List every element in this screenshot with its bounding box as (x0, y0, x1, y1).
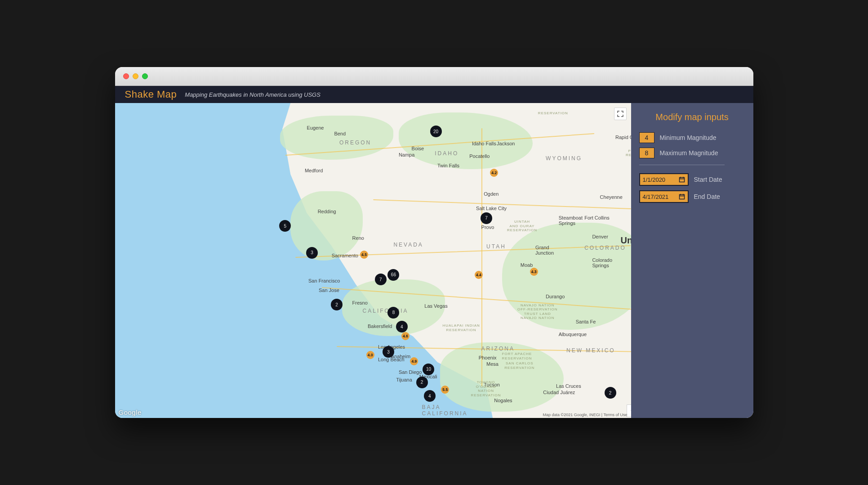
earthquake-point-marker[interactable]: 4.0 (366, 351, 374, 359)
earthquake-cluster-marker[interactable]: 20 (430, 126, 442, 137)
max-magnitude-input[interactable] (639, 148, 654, 158)
window-close-button[interactable] (123, 73, 129, 79)
start-date-value: 1/1/2020 (643, 176, 666, 183)
earthquake-cluster-marker[interactable]: 7 (375, 274, 387, 285)
browser-window: Shake Map Mapping Earthquakes in North A… (115, 67, 753, 418)
window-minimize-button[interactable] (133, 73, 138, 79)
earthquake-cluster-marker[interactable]: 3 (306, 247, 318, 259)
start-date-input[interactable]: 1/1/2020 (639, 173, 689, 186)
svg-rect-0 (679, 178, 684, 182)
sidebar-title: Modify map inputs (639, 112, 745, 122)
earthquake-cluster-marker[interactable]: 7 (481, 212, 492, 224)
start-date-row: 1/1/2020 Start Date (639, 173, 745, 186)
max-mag-row: Maximum Magnitude (639, 148, 745, 158)
min-magnitude-label: Minimum Magnitude (660, 134, 717, 141)
content: OREGONIDAHOWYOMINGNEVADAUTAHCOLORADOCALI… (115, 103, 753, 418)
map-fullscreen-button[interactable] (614, 108, 627, 120)
end-date-row: 4/17/2021 End Date (639, 190, 745, 203)
earthquake-point-marker[interactable]: 4.4 (475, 271, 483, 279)
map-city-label: Tijuana (396, 377, 412, 382)
app-header: Shake Map Mapping Earthquakes in North A… (115, 86, 753, 103)
earthquake-point-marker[interactable]: 4.6 (401, 332, 410, 340)
calendar-icon (679, 193, 685, 200)
map-city-label: Long Beach (378, 357, 405, 362)
earthquake-cluster-marker[interactable]: 3 (383, 346, 394, 358)
earthquake-point-marker[interactable]: 4.5 (360, 251, 368, 259)
earthquake-cluster-marker[interactable]: 4 (424, 390, 436, 402)
earthquake-cluster-marker[interactable]: 4 (396, 321, 408, 332)
earthquake-point-marker[interactable]: 4.9 (410, 357, 418, 365)
svg-rect-1 (679, 195, 684, 199)
earthquake-point-marker[interactable]: 4.2 (490, 169, 498, 177)
min-magnitude-input[interactable] (639, 132, 654, 143)
map-city-label: San Diego (399, 369, 422, 375)
earthquake-cluster-marker[interactable]: 2 (331, 299, 343, 310)
window-titlebar[interactable] (115, 67, 753, 86)
earthquake-cluster-marker[interactable]: 2 (416, 377, 428, 388)
earthquake-cluster-marker[interactable]: 5 (279, 220, 291, 232)
window-maximize-button[interactable] (142, 73, 148, 79)
map-city-label: Anaheim (391, 354, 410, 359)
end-date-value: 4/17/2021 (643, 193, 669, 200)
sidebar-divider (639, 165, 725, 165)
earthquake-point-marker[interactable]: 5.5 (441, 386, 449, 394)
calendar-icon (679, 176, 685, 183)
end-date-label: End Date (694, 193, 720, 200)
controls-sidebar: Modify map inputs Minimum Magnitude Maxi… (631, 103, 753, 418)
app-title: Shake Map (125, 89, 177, 100)
app-subtitle: Mapping Earthquakes in North America usi… (185, 91, 320, 98)
earthquake-cluster-marker[interactable]: 2 (605, 387, 616, 399)
map-viewport[interactable]: OREGONIDAHOWYOMINGNEVADAUTAHCOLORADOCALI… (115, 103, 631, 418)
map-terrain (502, 223, 631, 330)
earthquake-cluster-marker[interactable]: 66 (387, 269, 399, 281)
map-city-label: San Francisco (308, 278, 340, 283)
earthquake-cluster-marker[interactable]: 8 (387, 307, 399, 319)
start-date-label: Start Date (694, 176, 722, 183)
map-attribution: Map data ©2021 Google, INEGI | Terms of … (543, 413, 628, 417)
map-road (481, 128, 482, 386)
map-provider-logo: Google (119, 409, 142, 416)
earthquake-cluster-marker[interactable]: 10 (423, 364, 434, 375)
max-magnitude-label: Maximum Magnitude (660, 149, 718, 157)
end-date-input[interactable]: 4/17/2021 (639, 190, 689, 203)
fullscreen-icon (617, 111, 623, 117)
min-mag-row: Minimum Magnitude (639, 132, 745, 143)
earthquake-point-marker[interactable]: 4.3 (530, 268, 538, 276)
